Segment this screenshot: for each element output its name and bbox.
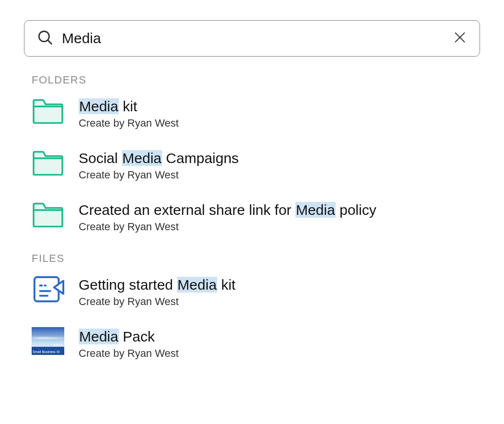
- folder-icon: [32, 200, 64, 228]
- result-subtitle: Create by Ryan West: [79, 347, 179, 360]
- result-subtitle: Create by Ryan West: [79, 221, 376, 233]
- file-result-item[interactable]: Getting started Media kit Create by Ryan…: [32, 275, 480, 308]
- file-result-item[interactable]: Zoho A Small Business St Media Pack Crea…: [32, 327, 480, 360]
- result-title: Getting started Media kit: [79, 276, 235, 294]
- result-title: Media Pack: [79, 328, 179, 345]
- files-section-header: FILES: [32, 252, 480, 265]
- result-title: Created an external share link for Media…: [79, 201, 376, 219]
- svg-rect-7: [35, 277, 59, 302]
- folder-icon: [32, 97, 64, 125]
- clear-icon[interactable]: [453, 30, 467, 47]
- search-input[interactable]: [62, 30, 444, 47]
- result-text: Social Media Campaigns Create by Ryan We…: [79, 149, 239, 181]
- folder-result-item[interactable]: Media kit Create by Ryan West: [32, 97, 480, 130]
- folder-icon: [32, 149, 64, 177]
- folders-section-header: FOLDERS: [32, 74, 480, 86]
- result-subtitle: Create by Ryan West: [79, 117, 179, 130]
- folder-result-item[interactable]: Created an external share link for Media…: [32, 200, 480, 233]
- result-text: Created an external share link for Media…: [79, 200, 376, 233]
- search-icon: [37, 29, 53, 47]
- result-text: Media kit Create by Ryan West: [79, 97, 179, 130]
- image-thumbnail: Zoho A Small Business St: [32, 327, 64, 355]
- result-text: Getting started Media kit Create by Ryan…: [79, 275, 235, 308]
- result-subtitle: Create by Ryan West: [79, 295, 235, 308]
- svg-point-0: [39, 31, 49, 41]
- svg-line-1: [48, 40, 52, 44]
- result-text: Media Pack Create by Ryan West: [79, 327, 179, 360]
- search-bar[interactable]: [24, 20, 480, 57]
- result-title: Media kit: [79, 98, 179, 115]
- folder-result-item[interactable]: Social Media Campaigns Create by Ryan We…: [32, 149, 480, 181]
- image-thumbnail: Zoho A Small Business St: [32, 327, 64, 355]
- result-title: Social Media Campaigns: [79, 150, 239, 167]
- document-icon: [32, 275, 64, 303]
- result-subtitle: Create by Ryan West: [79, 169, 239, 181]
